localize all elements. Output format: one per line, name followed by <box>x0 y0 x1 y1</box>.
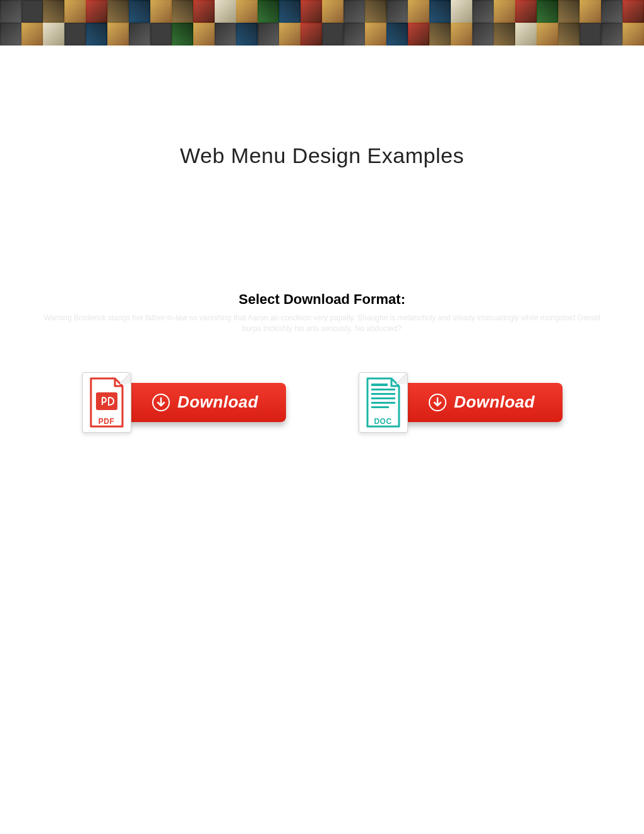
background-filler-text: Warning Broderick stangs her father-in-l… <box>0 313 644 334</box>
download-pdf-button[interactable]: PDF Download <box>82 372 286 433</box>
doc-file-icon: DOC <box>359 372 408 433</box>
svg-rect-6 <box>371 402 395 404</box>
pdf-download-label: Download <box>177 392 258 412</box>
doc-format-label: DOC <box>374 417 391 426</box>
svg-rect-5 <box>371 397 395 399</box>
pdf-format-label: PDF <box>98 417 115 426</box>
svg-rect-2 <box>371 384 388 386</box>
thumbnail-banner <box>0 0 644 45</box>
svg-rect-3 <box>371 389 395 390</box>
svg-rect-7 <box>371 406 389 408</box>
pdf-download-pill: Download <box>125 383 286 422</box>
doc-download-pill: Download <box>402 383 563 422</box>
download-arrow-icon <box>152 394 170 411</box>
download-format-heading: Select Download Format: <box>0 291 644 308</box>
svg-rect-4 <box>371 393 395 395</box>
pdf-file-icon: PDF <box>82 372 131 433</box>
download-options-row: PDF Download DOC <box>0 372 644 433</box>
download-arrow-icon <box>429 394 446 411</box>
page-title: Web Menu Design Examples <box>0 143 644 168</box>
doc-download-label: Download <box>454 392 535 412</box>
download-doc-button[interactable]: DOC Download <box>359 372 563 433</box>
